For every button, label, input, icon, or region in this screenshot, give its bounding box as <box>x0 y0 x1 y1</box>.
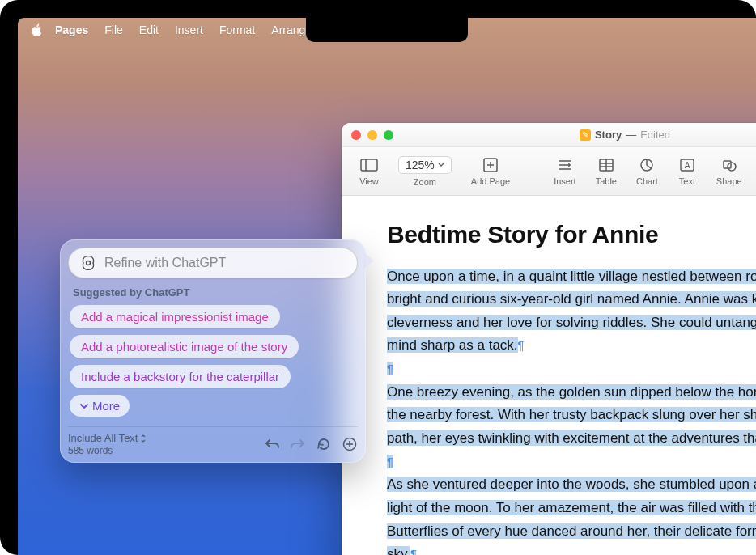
para-text: sky. <box>387 546 410 555</box>
para-text: path, her eyes twinkling with excitement… <box>387 430 756 446</box>
chevron-down-icon <box>79 401 89 411</box>
para-text: One breezy evening, as the golden sun di… <box>387 384 756 400</box>
toolbar-table-label: Table <box>596 176 617 186</box>
para-text: Once upon a time, in a quaint little vil… <box>387 269 756 284</box>
toolbar-text-label: Text <box>679 176 695 186</box>
zoom-value[interactable]: 125% <box>398 156 452 174</box>
updown-icon <box>140 434 147 443</box>
menu-edit[interactable]: Edit <box>131 23 167 36</box>
desktop: Pages File Edit Insert Format Arrange Vi… <box>18 18 756 555</box>
refine-input[interactable]: Refine with ChatGPT <box>68 248 358 278</box>
plus-square-icon <box>481 157 500 173</box>
document-title-text: Story <box>595 129 622 141</box>
shape-icon <box>720 157 739 173</box>
pilcrow-icon: ¶ <box>387 362 393 375</box>
suggestion-chip[interactable]: Include a backstory for the caterpillar <box>70 365 291 388</box>
toolbar: View 125% Zoom Add Page <box>342 147 756 196</box>
document-icon: ✎ <box>580 129 591 141</box>
pilcrow-icon: ¶ <box>387 455 393 468</box>
svg-point-20 <box>87 261 91 265</box>
more-chip[interactable]: More <box>70 395 130 417</box>
device-frame: Pages File Edit Insert Format Arrange Vi… <box>0 0 756 555</box>
panel-pointer <box>364 252 374 269</box>
suggestion-chip[interactable]: Add a magical impressionist image <box>70 305 280 328</box>
refine-placeholder: Refine with ChatGPT <box>104 256 226 270</box>
chart-icon <box>637 157 656 173</box>
window-title: ✎ Story — Edited <box>342 129 756 141</box>
doc-heading: Bedtime Story for Annie <box>387 217 756 252</box>
para-text: mind sharp as a tack. <box>387 337 518 353</box>
edited-status: Edited <box>640 129 670 141</box>
scope-selector[interactable]: Include All Text <box>68 432 147 444</box>
notch <box>306 18 468 42</box>
para-text: Butterflies of every hue danced around h… <box>387 523 756 539</box>
suggestion-list: Add a magical impressionist image Add a … <box>68 305 358 417</box>
chevron-down-icon <box>438 162 444 168</box>
toolbar-text[interactable]: A Text <box>668 157 707 186</box>
panel-footer: Include All Text 585 words <box>68 426 358 456</box>
regenerate-button[interactable] <box>316 436 332 452</box>
toolbar-view-label: View <box>359 176 379 186</box>
toolbar-shape-label: Shape <box>716 176 742 186</box>
toolbar-insert[interactable]: Insert <box>544 157 586 186</box>
sidebar-icon <box>359 157 379 173</box>
table-icon <box>597 157 616 173</box>
undo-button[interactable] <box>264 436 280 452</box>
toolbar-addpage[interactable]: Add Page <box>461 157 520 186</box>
suggestion-chip[interactable]: Add a photorealistic image of the story <box>70 335 299 358</box>
apple-menu[interactable] <box>31 23 44 36</box>
svg-text:A: A <box>685 161 690 170</box>
para-text: As she ventured deeper into the woods, s… <box>387 477 756 492</box>
title-separator: — <box>626 129 636 141</box>
menu-format[interactable]: Format <box>211 23 263 36</box>
toolbar-more[interactable]: M <box>752 157 756 186</box>
add-button[interactable] <box>342 436 358 452</box>
suggested-label: Suggested by ChatGPT <box>73 286 356 299</box>
document-body[interactable]: Bedtime Story for Annie Once upon a time… <box>342 196 756 555</box>
insert-icon <box>555 157 575 173</box>
pilcrow-icon: ¶ <box>518 338 525 352</box>
toolbar-chart-label: Chart <box>636 176 658 186</box>
para-text: the nearby forest. With her trusty backp… <box>387 407 756 422</box>
menu-file[interactable]: File <box>96 23 131 36</box>
toolbar-zoom[interactable]: 125% Zoom <box>389 156 461 187</box>
titlebar[interactable]: ✎ Story — Edited <box>342 123 756 147</box>
menu-insert[interactable]: Insert <box>167 23 211 36</box>
para-text: light of the moon. To her amazement, the… <box>387 500 756 515</box>
redo-button[interactable] <box>290 436 306 452</box>
chatgpt-icon <box>80 255 96 271</box>
menu-app[interactable]: Pages <box>55 23 96 36</box>
pages-window: ✎ Story — Edited View 125% <box>342 123 756 555</box>
svg-rect-0 <box>361 159 377 171</box>
word-count: 585 words <box>68 445 147 456</box>
toolbar-chart[interactable]: Chart <box>626 157 668 186</box>
text-icon: A <box>677 157 697 173</box>
para-text: cleverness and her love for solving ridd… <box>387 315 756 330</box>
chatgpt-panel: Refine with ChatGPT Suggested by ChatGPT… <box>60 239 366 463</box>
para-text: bright and curious six-year-old girl nam… <box>387 291 756 307</box>
toolbar-view[interactable]: View <box>350 157 389 186</box>
pilcrow-icon: ¶ <box>410 547 417 555</box>
toolbar-zoom-label: Zoom <box>414 177 436 187</box>
svg-point-18 <box>728 163 736 171</box>
toolbar-addpage-label: Add Page <box>471 176 510 186</box>
toolbar-table[interactable]: Table <box>586 157 626 186</box>
toolbar-shape[interactable]: Shape <box>707 157 752 186</box>
more-label: More <box>92 399 120 413</box>
toolbar-insert-label: Insert <box>554 176 576 186</box>
